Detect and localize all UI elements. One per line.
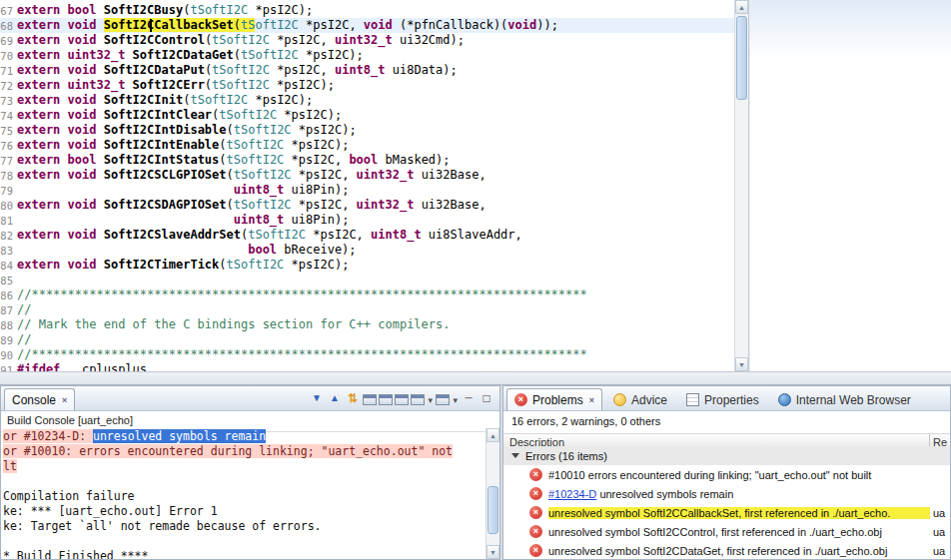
line-number[interactable]: 86 [0,288,13,303]
tab-advice[interactable]: Advice [605,388,675,410]
code-token: SoftI2CIntStatus [104,153,220,167]
console-scrollbar-thumb[interactable] [487,486,498,534]
close-tab-icon[interactable] [589,395,594,405]
scroll-to-end-icon[interactable] [309,390,325,406]
minimize-view-icon[interactable] [461,390,476,406]
line-number[interactable]: 78 [0,169,13,184]
line-number[interactable]: 67 [0,4,13,19]
line-number[interactable]: 70 [0,49,13,64]
code-token [96,198,103,212]
line-number[interactable]: 71 [0,64,13,79]
code-token: extern void [17,18,96,32]
line-number[interactable]: 68 [0,19,13,34]
code-line[interactable]: 85 [0,273,734,287]
tab-problems[interactable]: Problems [506,388,602,410]
code-token [96,33,103,47]
editor-scrollbar-thumb[interactable] [736,16,747,100]
editor-right-pane [750,0,951,371]
code-token: // [17,302,31,316]
code-line[interactable]: 88// Mark the end of the C bindings sect… [0,317,734,332]
clear-console-icon[interactable] [395,394,409,405]
problem-row[interactable]: #10010 errors encountered during linking… [503,465,950,484]
line-number[interactable]: 90 [0,348,13,363]
display-selected-console-icon[interactable] [411,394,425,405]
console-scrollbar-up-arrow-icon[interactable] [486,428,499,442]
code-line[interactable]: 79 uint8_t ui8Pin); [0,183,734,198]
code-token: tSoftI2C [212,33,270,47]
line-number[interactable]: 69 [0,34,13,49]
code-line[interactable]: 71extern void SoftI2CDataPut(tSoftI2C *p… [0,63,734,78]
line-number[interactable]: 82 [0,229,13,244]
line-number[interactable]: 91 [0,363,13,371]
line-number[interactable]: 77 [0,154,13,169]
line-number[interactable]: 76 [0,139,13,154]
console-vertical-scrollbar[interactable] [485,428,499,559]
code-line[interactable]: 67extern bool SoftI2CBusy(tSoftI2C *psI2… [0,3,734,18]
code-line[interactable]: 70extern uint32_t SoftI2CDataGet(tSoftI2… [0,48,734,63]
line-number[interactable]: 81 [0,214,13,229]
show-console-output-icon[interactable] [363,394,377,405]
console-line: or #10234-D: unresolved symbols remain [3,429,485,444]
code-line[interactable]: 82extern void SoftI2CSlaveAddrSet(tSoftI… [0,228,734,243]
code-line[interactable]: 81 uint8_t ui8Pin); [0,213,734,228]
code-token [17,243,248,257]
code-line[interactable]: 75extern void SoftI2CIntDisable(tSoftI2C… [0,123,734,138]
line-number[interactable]: 72 [0,79,13,94]
code-line[interactable]: 87// [0,302,734,317]
code-line[interactable]: 78extern void SoftI2CSCLGPIOSet(tSoftI2C… [0,168,734,183]
line-number[interactable]: 80 [0,199,13,214]
editor-vertical-scrollbar[interactable] [734,0,748,371]
code-line[interactable]: 76extern void SoftI2CIntEnable(tSoftI2C … [0,138,734,153]
code-token: extern uint32_t [17,78,125,92]
line-number[interactable]: 85 [0,274,13,288]
code-line[interactable]: 83 bool bReceive); [0,243,734,258]
code-editor[interactable]: 67extern bool SoftI2CBusy(tSoftI2C *psI2… [0,0,749,371]
code-line[interactable]: 86//************************************… [0,287,734,302]
console-output[interactable]: or #10234-D: unresolved symbols remainor… [1,428,485,559]
code-line[interactable]: 72extern uint32_t SoftI2CErr(tSoftI2C *p… [0,78,734,93]
open-console-icon[interactable] [436,394,450,405]
line-number[interactable]: 74 [0,109,13,124]
line-number[interactable]: 84 [0,259,13,274]
tab-console[interactable]: Console [4,388,75,410]
expand-arrow-icon[interactable] [511,453,519,458]
problem-row[interactable]: unresolved symbol SoftI2CDataGet, first … [503,541,950,559]
line-number[interactable]: 73 [0,94,13,109]
line-number[interactable]: 89 [0,333,13,348]
scrollbar-up-arrow-icon[interactable] [735,0,748,14]
code-token: ( [219,258,226,272]
close-tab-icon[interactable] [62,395,67,405]
code-line[interactable]: 91#ifdef __cplusplus [0,362,734,371]
line-number[interactable]: 75 [0,124,13,139]
code-line[interactable]: 80extern void SoftI2CSDAGPIOSet(tSoftI2C… [0,198,734,213]
problem-row[interactable]: unresolved symbol SoftI2CControl, first … [503,522,950,541]
line-number[interactable]: 88 [0,318,13,333]
line-number[interactable]: 79 [0,184,13,199]
code-line[interactable]: 68extern void SoftI2CCallbackSet(tSoftI2… [0,18,734,33]
maximize-view-icon[interactable] [478,390,494,406]
code-line[interactable]: 89// [0,332,734,347]
horizontal-splitter[interactable] [0,371,951,385]
problem-row[interactable]: unresolved symbol SoftI2CCallbackSet, fi… [503,503,950,522]
console-scrollbar-down-arrow-icon[interactable] [486,545,499,559]
tab-label: Advice [631,393,667,407]
code-lines[interactable]: 67extern bool SoftI2CBusy(tSoftI2C *psI2… [0,0,734,371]
tab-internal-web-browser[interactable]: Internal Web Browser [770,388,919,410]
scroll-to-top-icon[interactable] [327,390,343,406]
error-group-row[interactable]: Errors (16 items) [503,446,950,465]
code-line[interactable]: 74extern void SoftI2CIntClear(tSoftI2C *… [0,108,734,123]
code-line[interactable]: 73extern void SoftI2CInit(tSoftI2C *psI2… [0,93,734,108]
tab-properties[interactable]: Properties [678,388,767,410]
next-previous-match-icon[interactable] [345,390,361,406]
error-code-link[interactable]: #10234-D [548,488,596,500]
problem-row[interactable]: #10234-D unresolved symbols remain [503,484,950,503]
code-line[interactable]: 77extern bool SoftI2CIntStatus(tSoftI2C … [0,153,734,168]
code-line[interactable]: 84extern void SoftI2CTimerTick(tSoftI2C … [0,258,734,273]
line-number[interactable]: 83 [0,244,13,259]
line-number[interactable]: 87 [0,303,13,318]
scrollbar-down-arrow-icon[interactable] [735,357,748,371]
code-token: ( [227,168,234,182]
code-line[interactable]: 90//************************************… [0,347,734,362]
copy-build-log-icon[interactable] [379,394,393,405]
code-line[interactable]: 69extern void SoftI2CControl(tSoftI2C *p… [0,33,734,48]
